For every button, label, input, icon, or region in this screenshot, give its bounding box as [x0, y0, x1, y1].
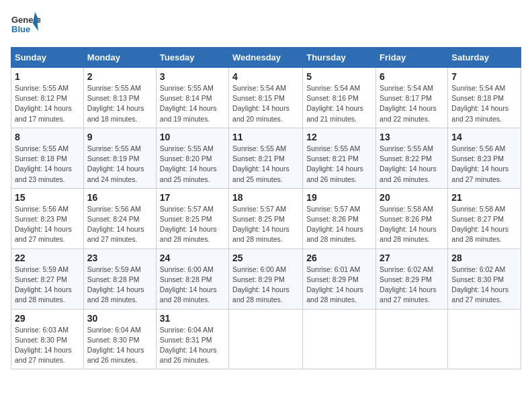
day-number: 21: [451, 192, 517, 203]
day-info: Sunrise: 5:54 AM Sunset: 8:16 PM Dayligh…: [306, 83, 372, 124]
day-header-monday: Monday: [83, 48, 156, 68]
day-info: Sunrise: 6:00 AM Sunset: 8:29 PM Dayligh…: [232, 265, 299, 306]
day-number: 3: [160, 71, 225, 82]
day-number: 15: [15, 192, 80, 203]
day-number: 24: [160, 253, 225, 263]
day-number: 9: [87, 132, 152, 142]
day-info: Sunrise: 5:55 AM Sunset: 8:21 PM Dayligh…: [306, 144, 372, 185]
day-number: 17: [160, 192, 225, 203]
logo-area: General Blue: [11, 11, 40, 40]
calendar-cell: 14 Sunrise: 5:56 AM Sunset: 8:23 PM Dayl…: [448, 128, 521, 188]
day-number: 18: [232, 192, 299, 203]
calendar-cell: 20 Sunrise: 5:58 AM Sunset: 8:26 PM Dayl…: [376, 188, 448, 248]
day-header-thursday: Thursday: [303, 48, 376, 68]
day-number: 5: [306, 71, 372, 82]
week-row-4: 22 Sunrise: 5:59 AM Sunset: 8:27 PM Dayl…: [11, 248, 521, 309]
day-info: Sunrise: 5:55 AM Sunset: 8:13 PM Dayligh…: [87, 83, 152, 124]
calendar-cell: 19 Sunrise: 5:57 AM Sunset: 8:26 PM Dayl…: [303, 188, 376, 248]
day-number: 14: [451, 132, 517, 142]
week-row-1: 1 Sunrise: 5:55 AM Sunset: 8:12 PM Dayli…: [11, 68, 521, 128]
calendar-cell: 4 Sunrise: 5:54 AM Sunset: 8:15 PM Dayli…: [229, 68, 303, 128]
calendar-cell: 26 Sunrise: 6:01 AM Sunset: 8:29 PM Dayl…: [303, 248, 376, 309]
calendar-cell: 2 Sunrise: 5:55 AM Sunset: 8:13 PM Dayli…: [83, 68, 156, 128]
day-number: 23: [87, 253, 152, 263]
calendar-cell: [303, 309, 376, 369]
page-container: General Blue SundayMondayTuesdayWednesda…: [11, 11, 521, 369]
calendar-cell: 24 Sunrise: 6:00 AM Sunset: 8:28 PM Dayl…: [156, 248, 228, 309]
day-info: Sunrise: 5:54 AM Sunset: 8:17 PM Dayligh…: [380, 83, 444, 124]
day-info: Sunrise: 5:57 AM Sunset: 8:26 PM Dayligh…: [306, 204, 372, 245]
day-header-friday: Friday: [376, 48, 448, 68]
calendar-cell: 5 Sunrise: 5:54 AM Sunset: 8:16 PM Dayli…: [303, 68, 376, 128]
header: General Blue: [11, 11, 521, 40]
calendar-cell: 15 Sunrise: 5:56 AM Sunset: 8:23 PM Dayl…: [11, 188, 84, 248]
day-number: 7: [451, 71, 517, 82]
day-info: Sunrise: 5:55 AM Sunset: 8:21 PM Dayligh…: [232, 144, 299, 185]
day-header-saturday: Saturday: [448, 48, 521, 68]
day-info: Sunrise: 5:56 AM Sunset: 8:24 PM Dayligh…: [87, 204, 152, 245]
day-number: 11: [232, 132, 299, 142]
calendar-cell: 13 Sunrise: 5:55 AM Sunset: 8:22 PM Dayl…: [376, 128, 448, 188]
day-number: 29: [15, 313, 80, 324]
day-info: Sunrise: 5:55 AM Sunset: 8:12 PM Dayligh…: [15, 83, 80, 124]
day-number: 4: [232, 71, 299, 82]
day-number: 12: [306, 132, 372, 142]
day-info: Sunrise: 5:59 AM Sunset: 8:28 PM Dayligh…: [87, 265, 152, 306]
calendar-cell: 25 Sunrise: 6:00 AM Sunset: 8:29 PM Dayl…: [229, 248, 303, 309]
calendar-cell: 18 Sunrise: 5:57 AM Sunset: 8:25 PM Dayl…: [229, 188, 303, 248]
day-number: 25: [232, 253, 299, 263]
calendar-cell: 10 Sunrise: 5:55 AM Sunset: 8:20 PM Dayl…: [156, 128, 228, 188]
day-number: 1: [15, 71, 80, 82]
calendar-cell: [448, 309, 521, 369]
calendar-cell: 16 Sunrise: 5:56 AM Sunset: 8:24 PM Dayl…: [83, 188, 156, 248]
day-info: Sunrise: 6:04 AM Sunset: 8:30 PM Dayligh…: [87, 325, 152, 366]
day-info: Sunrise: 5:57 AM Sunset: 8:25 PM Dayligh…: [160, 204, 225, 245]
day-number: 27: [380, 253, 444, 263]
calendar-cell: 12 Sunrise: 5:55 AM Sunset: 8:21 PM Dayl…: [303, 128, 376, 188]
calendar-cell: 9 Sunrise: 5:55 AM Sunset: 8:19 PM Dayli…: [83, 128, 156, 188]
day-info: Sunrise: 6:04 AM Sunset: 8:31 PM Dayligh…: [160, 325, 225, 366]
day-info: Sunrise: 5:54 AM Sunset: 8:15 PM Dayligh…: [232, 83, 299, 124]
day-info: Sunrise: 6:02 AM Sunset: 8:29 PM Dayligh…: [380, 265, 444, 306]
day-info: Sunrise: 5:55 AM Sunset: 8:18 PM Dayligh…: [15, 144, 80, 185]
calendar-cell: [229, 309, 303, 369]
day-header-wednesday: Wednesday: [229, 48, 303, 68]
day-number: 10: [160, 132, 225, 142]
day-info: Sunrise: 5:59 AM Sunset: 8:27 PM Dayligh…: [15, 265, 80, 306]
day-number: 22: [15, 253, 80, 263]
day-info: Sunrise: 5:55 AM Sunset: 8:20 PM Dayligh…: [160, 144, 225, 185]
day-number: 19: [306, 192, 372, 203]
day-number: 2: [87, 71, 152, 82]
calendar-cell: 3 Sunrise: 5:55 AM Sunset: 8:14 PM Dayli…: [156, 68, 228, 128]
day-info: Sunrise: 6:00 AM Sunset: 8:28 PM Dayligh…: [160, 265, 225, 306]
calendar-cell: 1 Sunrise: 5:55 AM Sunset: 8:12 PM Dayli…: [11, 68, 84, 128]
day-info: Sunrise: 5:55 AM Sunset: 8:22 PM Dayligh…: [380, 144, 444, 185]
day-number: 8: [15, 132, 80, 142]
day-info: Sunrise: 5:56 AM Sunset: 8:23 PM Dayligh…: [15, 204, 80, 245]
calendar-cell: 23 Sunrise: 5:59 AM Sunset: 8:28 PM Dayl…: [83, 248, 156, 309]
day-number: 13: [380, 132, 444, 142]
logo-icon: General Blue: [11, 11, 40, 40]
day-number: 20: [380, 192, 444, 203]
day-info: Sunrise: 5:55 AM Sunset: 8:19 PM Dayligh…: [87, 144, 152, 185]
day-info: Sunrise: 5:55 AM Sunset: 8:14 PM Dayligh…: [160, 83, 225, 124]
day-number: 6: [380, 71, 444, 82]
calendar-cell: 29 Sunrise: 6:03 AM Sunset: 8:30 PM Dayl…: [11, 309, 84, 369]
calendar-cell: 21 Sunrise: 5:58 AM Sunset: 8:27 PM Dayl…: [448, 188, 521, 248]
calendar-cell: 17 Sunrise: 5:57 AM Sunset: 8:25 PM Dayl…: [156, 188, 228, 248]
svg-text:Blue: Blue: [11, 24, 30, 34]
calendar-cell: 28 Sunrise: 6:02 AM Sunset: 8:30 PM Dayl…: [448, 248, 521, 309]
day-info: Sunrise: 6:03 AM Sunset: 8:30 PM Dayligh…: [15, 325, 80, 366]
day-info: Sunrise: 5:57 AM Sunset: 8:25 PM Dayligh…: [232, 204, 299, 245]
day-info: Sunrise: 5:58 AM Sunset: 8:26 PM Dayligh…: [380, 204, 444, 245]
calendar-cell: 11 Sunrise: 5:55 AM Sunset: 8:21 PM Dayl…: [229, 128, 303, 188]
calendar-table: SundayMondayTuesdayWednesdayThursdayFrid…: [11, 47, 521, 369]
week-row-3: 15 Sunrise: 5:56 AM Sunset: 8:23 PM Dayl…: [11, 188, 521, 248]
calendar-cell: 30 Sunrise: 6:04 AM Sunset: 8:30 PM Dayl…: [83, 309, 156, 369]
day-header-tuesday: Tuesday: [156, 48, 228, 68]
day-info: Sunrise: 6:02 AM Sunset: 8:30 PM Dayligh…: [451, 265, 517, 306]
week-row-2: 8 Sunrise: 5:55 AM Sunset: 8:18 PM Dayli…: [11, 128, 521, 188]
week-row-5: 29 Sunrise: 6:03 AM Sunset: 8:30 PM Dayl…: [11, 309, 521, 369]
day-number: 31: [160, 313, 225, 324]
calendar-cell: 31 Sunrise: 6:04 AM Sunset: 8:31 PM Dayl…: [156, 309, 228, 369]
